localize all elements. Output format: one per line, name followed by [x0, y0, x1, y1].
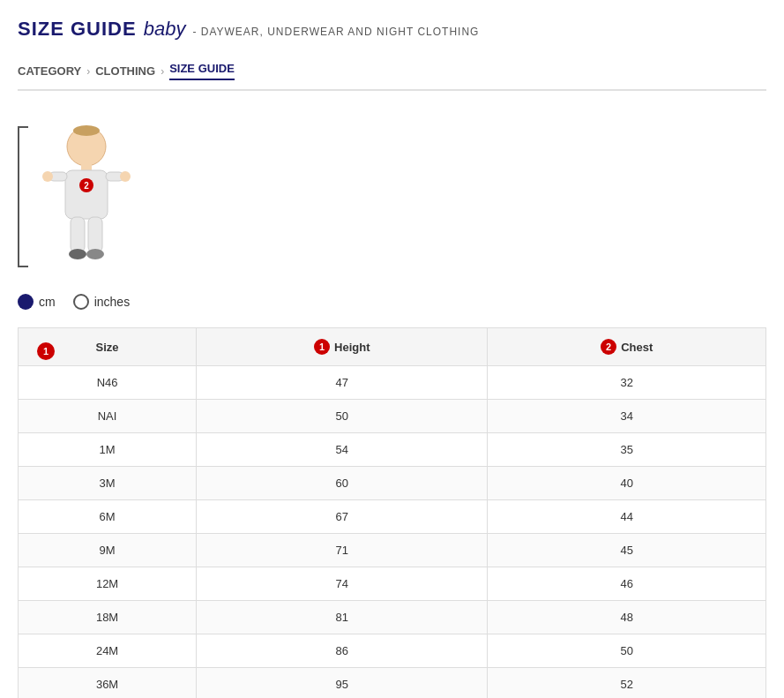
breadcrumb: CATEGORY › CLOTHING › SIZE GUIDE	[18, 53, 766, 91]
col-size-label: Size	[96, 341, 119, 354]
svg-rect-11	[88, 217, 102, 252]
cell-height: 74	[197, 567, 488, 601]
breadcrumb-clothing[interactable]: CLOTHING	[95, 64, 155, 78]
col-height-badge-wrapper: 1 Height	[314, 339, 370, 355]
cell-size: 12M	[19, 567, 197, 601]
col-header-height: 1 Height	[197, 328, 488, 366]
cell-chest: 34	[488, 400, 766, 433]
cell-height: 86	[197, 634, 488, 668]
col-chest-badge-wrapper: 2 Chest	[601, 339, 653, 355]
page-title-subtitle: - DAYWEAR, UNDERWEAR AND NIGHT CLOTHING	[192, 26, 479, 38]
cell-size: 1M	[19, 433, 197, 467]
baby-illustration: 2	[34, 122, 139, 272]
table-row: 1M5435	[19, 433, 766, 467]
cm-radio[interactable]	[18, 294, 34, 310]
cell-chest: 32	[488, 366, 766, 400]
size-table: Size 1 Height 2 Chest N464732NAI50341M54…	[18, 327, 766, 698]
inches-option[interactable]: inches	[73, 294, 130, 310]
cell-height: 50	[197, 400, 488, 433]
table-row: 12M7446	[19, 567, 766, 601]
breadcrumb-sep-2: ›	[161, 65, 164, 78]
breadcrumb-size-guide: SIZE GUIDE	[169, 62, 235, 80]
table-row: 3M6040	[19, 467, 766, 500]
svg-point-8	[42, 171, 53, 182]
cell-chest: 35	[488, 433, 766, 467]
inches-label: inches	[94, 295, 130, 309]
table-body: N464732NAI50341M54353M60406M67449M714512…	[19, 366, 766, 699]
page-wrapper: SIZE GUIDE baby - DAYWEAR, UNDERWEAR AND…	[0, 0, 784, 698]
table-row: 18M8148	[19, 601, 766, 634]
col-chest-label: Chest	[621, 341, 653, 354]
cell-size: 24M	[19, 634, 197, 668]
unit-selector: cm inches	[18, 294, 766, 310]
svg-rect-10	[71, 217, 85, 252]
baby-figure-container: 1 2	[18, 117, 141, 276]
table-row: 36M9552	[19, 668, 766, 699]
cm-option[interactable]: cm	[18, 294, 56, 310]
cell-chest: 45	[488, 534, 766, 567]
cell-height: 54	[197, 433, 488, 467]
cell-size: 36M	[19, 668, 197, 699]
page-title-size-guide: SIZE GUIDE	[18, 18, 137, 41]
svg-point-1	[73, 125, 100, 136]
table-row: 24M8650	[19, 634, 766, 668]
col-chest-num: 2	[601, 339, 616, 355]
cell-size: 3M	[19, 467, 197, 500]
illustration-section: 1 2	[18, 117, 766, 276]
cell-chest: 46	[488, 567, 766, 601]
cell-height: 60	[197, 467, 488, 500]
col-height-label: Height	[334, 341, 370, 354]
cell-chest: 44	[488, 500, 766, 534]
cell-height: 67	[197, 500, 488, 534]
page-title-section: SIZE GUIDE baby - DAYWEAR, UNDERWEAR AND…	[18, 18, 766, 41]
cell-chest: 50	[488, 634, 766, 668]
svg-point-12	[69, 249, 86, 259]
cell-height: 95	[197, 668, 488, 699]
cell-size: 9M	[19, 534, 197, 567]
measure-bracket	[18, 126, 28, 267]
table-header-row: Size 1 Height 2 Chest	[19, 328, 766, 366]
cell-height: 47	[197, 366, 488, 400]
col-header-chest: 2 Chest	[488, 328, 766, 366]
cell-height: 81	[197, 601, 488, 634]
cm-label: cm	[39, 295, 56, 309]
page-title-baby: baby	[144, 18, 186, 41]
cell-size: N46	[19, 366, 197, 400]
cell-size: 18M	[19, 601, 197, 634]
table-row: 9M7145	[19, 534, 766, 567]
col-height-num: 1	[314, 339, 330, 355]
svg-rect-3	[65, 170, 108, 219]
cell-chest: 52	[488, 668, 766, 699]
svg-text:2: 2	[84, 181, 89, 191]
cell-chest: 48	[488, 601, 766, 634]
svg-point-13	[86, 249, 104, 259]
breadcrumb-sep-1: ›	[86, 65, 90, 78]
height-badge: 1	[37, 342, 55, 360]
cell-height: 71	[197, 534, 488, 567]
table-row: N464732	[19, 366, 766, 400]
inches-radio[interactable]	[73, 294, 89, 310]
cell-size: 6M	[19, 500, 197, 534]
breadcrumb-category[interactable]: CATEGORY	[18, 64, 81, 78]
svg-point-9	[120, 171, 131, 182]
cell-size: NAI	[19, 400, 197, 433]
table-row: 6M6744	[19, 500, 766, 534]
table-row: NAI5034	[19, 400, 766, 433]
cell-chest: 40	[488, 467, 766, 500]
